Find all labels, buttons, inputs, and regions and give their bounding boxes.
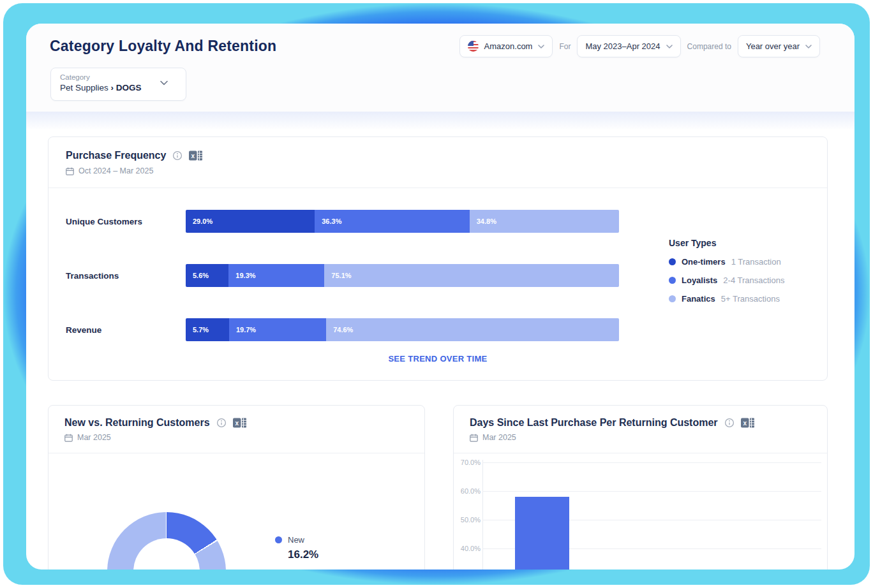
category-filter-select[interactable]: Category Pet Supplies › DOGS bbox=[50, 68, 186, 101]
new-legend-label: New bbox=[288, 535, 304, 545]
stacked-bar-row: Unique Customers 29.0% 36.3% 34.8% bbox=[48, 210, 827, 233]
bar-segment-fanatics: 34.8% bbox=[470, 210, 619, 233]
y-tick-label: 40.0% bbox=[458, 545, 481, 552]
bar-segment-label: 19.3% bbox=[228, 272, 255, 279]
svg-text:x: x bbox=[743, 420, 747, 427]
bar-segment-label: 36.3% bbox=[315, 217, 341, 225]
purchase-frequency-title: Purchase Frequency bbox=[66, 150, 166, 161]
bar-segment-one-timers: 29.0% bbox=[186, 210, 315, 233]
compared-to-label: Compared to bbox=[687, 42, 731, 51]
y-tick-label: 60.0% bbox=[458, 487, 481, 495]
days-since-last-purchase-card: Days Since Last Purchase Per Returning C… bbox=[453, 405, 828, 570]
new-percentage-value: 16.2% bbox=[288, 548, 318, 561]
dslp-bar bbox=[515, 497, 569, 570]
purchase-frequency-card: Purchase Frequency x Oct 2024 – Mar 2025… bbox=[48, 136, 828, 381]
row-label: Revenue bbox=[48, 325, 186, 335]
purchase-frequency-date-range: Oct 2024 – Mar 2025 bbox=[78, 166, 153, 175]
us-flag-icon bbox=[468, 41, 479, 52]
date-range-select-value: May 2023–Apr 2024 bbox=[585, 41, 660, 51]
stacked-bar-row: Revenue 5.7% 19.7% 74.6% bbox=[48, 318, 827, 341]
bar-segment-label: 74.6% bbox=[326, 326, 353, 334]
category-separator: › bbox=[111, 83, 114, 92]
header-controls: Amazon.com For May 2023–Apr 2024 Compare… bbox=[459, 35, 820, 57]
excel-export-icon[interactable]: x bbox=[233, 417, 246, 429]
legend-dot bbox=[669, 295, 676, 302]
legend-title: User Types bbox=[669, 238, 784, 248]
for-label: For bbox=[559, 42, 571, 51]
bar-segment-label: 34.8% bbox=[470, 217, 496, 225]
calendar-icon bbox=[66, 167, 74, 175]
info-icon[interactable] bbox=[172, 151, 183, 161]
calendar-icon bbox=[470, 434, 478, 442]
bar-segment-one-timers: 5.6% bbox=[186, 264, 228, 287]
legend-item-fanatics: Fanatics 5+ Transactions bbox=[669, 294, 784, 304]
svg-text:x: x bbox=[235, 420, 239, 427]
stacked-bar: 29.0% 36.3% 34.8% bbox=[186, 210, 619, 233]
new-vs-returning-card: New vs. Returning Customers x Mar 2025 bbox=[48, 405, 425, 570]
days-since-last-purchase-title: Days Since Last Purchase Per Returning C… bbox=[470, 417, 718, 429]
row-label: Unique Customers bbox=[48, 217, 186, 226]
days-since-last-purchase-header: Days Since Last Purchase Per Returning C… bbox=[454, 406, 827, 453]
excel-export-icon[interactable]: x bbox=[741, 417, 754, 429]
legend-dot bbox=[669, 277, 676, 284]
bar-segment-one-timers: 5.7% bbox=[186, 318, 229, 341]
y-tick-label: 50.0% bbox=[458, 516, 481, 524]
gridline-70 bbox=[482, 462, 821, 463]
bar-segment-label: 5.7% bbox=[186, 326, 209, 334]
legend-dot bbox=[669, 258, 676, 265]
stacked-bar: 5.7% 19.7% 74.6% bbox=[186, 318, 619, 341]
chevron-down-icon bbox=[805, 45, 812, 48]
comparison-select[interactable]: Year over year bbox=[738, 35, 820, 57]
new-legend: New 16.2% bbox=[275, 535, 318, 561]
bar-segment-fanatics: 75.1% bbox=[324, 264, 619, 287]
bar-segment-label: 5.6% bbox=[186, 272, 209, 279]
info-icon[interactable] bbox=[724, 418, 735, 428]
bar-segment-loyalists: 36.3% bbox=[315, 210, 470, 233]
see-trend-over-time-link[interactable]: SEE TREND OVER TIME bbox=[48, 354, 827, 364]
page-glow-frame: Category Loyalty And Retention Amazon.co… bbox=[3, 3, 870, 585]
new-vs-returning-date: Mar 2025 bbox=[77, 433, 111, 442]
bar-segment-label: 29.0% bbox=[186, 217, 213, 225]
new-vs-returning-title: New vs. Returning Customers bbox=[64, 417, 210, 429]
chevron-down-icon bbox=[538, 45, 544, 48]
header-fade-band bbox=[26, 112, 854, 133]
donut-chart bbox=[107, 512, 226, 570]
bar-segment-loyalists: 19.3% bbox=[228, 264, 324, 287]
bar-segment-label: 75.1% bbox=[324, 272, 351, 279]
new-vs-returning-header: New vs. Returning Customers x Mar 2025 bbox=[48, 406, 424, 453]
category-filter-value: Pet Supplies › DOGS bbox=[60, 83, 177, 92]
retailer-select-value: Amazon.com bbox=[484, 41, 533, 51]
chevron-down-icon bbox=[666, 45, 673, 48]
svg-text:x: x bbox=[191, 152, 195, 159]
dashboard-panel: Category Loyalty And Retention Amazon.co… bbox=[26, 24, 854, 570]
excel-export-icon[interactable]: x bbox=[189, 150, 202, 161]
category-leaf: DOGS bbox=[116, 83, 142, 92]
info-icon[interactable] bbox=[216, 418, 227, 428]
comparison-select-value: Year over year bbox=[746, 41, 800, 51]
legend-item-one-timers: One-timers 1 Transaction bbox=[669, 257, 784, 267]
new-legend-dot bbox=[275, 536, 282, 543]
gridline-60 bbox=[482, 491, 821, 492]
bar-segment-label: 19.7% bbox=[229, 326, 256, 334]
calendar-icon bbox=[64, 434, 73, 442]
page-title: Category Loyalty And Retention bbox=[50, 38, 276, 55]
chevron-down-icon bbox=[160, 80, 168, 85]
bar-segment-loyalists: 19.7% bbox=[229, 318, 326, 341]
y-tick-label: 70.0% bbox=[458, 459, 481, 466]
stacked-bar: 5.6% 19.3% 75.1% bbox=[186, 264, 619, 287]
days-since-last-purchase-date: Mar 2025 bbox=[482, 433, 516, 442]
bar-segment-fanatics: 74.6% bbox=[326, 318, 619, 341]
y-axis-line bbox=[482, 460, 483, 570]
legend-item-loyalists: Loyalists 2-4 Transactions bbox=[669, 276, 784, 285]
row-label: Transactions bbox=[48, 271, 186, 281]
retailer-select[interactable]: Amazon.com bbox=[459, 35, 553, 57]
purchase-frequency-header: Purchase Frequency x Oct 2024 – Mar 2025 bbox=[48, 137, 827, 188]
date-range-select[interactable]: May 2023–Apr 2024 bbox=[577, 35, 680, 57]
category-filter-label: Category bbox=[60, 73, 177, 81]
user-types-legend: User Types One-timers 1 Transaction Loya… bbox=[669, 238, 784, 304]
